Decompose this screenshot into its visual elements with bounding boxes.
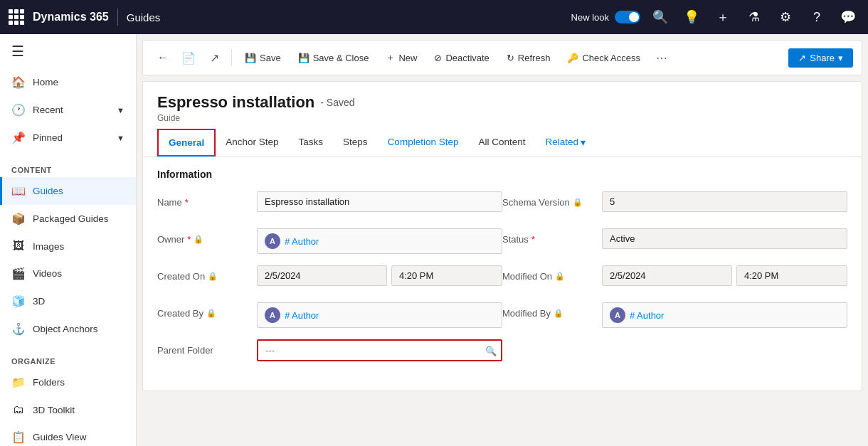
search-icon[interactable]: 🔍 xyxy=(649,6,672,28)
more-options-button[interactable]: ⋯ xyxy=(650,46,673,69)
created-by-link[interactable]: # Author xyxy=(285,310,319,321)
status-input xyxy=(602,228,847,249)
section-title: Information xyxy=(157,169,847,180)
settings-icon[interactable]: ⚙ xyxy=(774,6,797,28)
chevron-down-icon: ▼ xyxy=(117,106,125,115)
folders-icon: 📁 xyxy=(11,376,26,389)
topbar: Dynamics 365 Guides New look 🔍 💡 ＋ ⚗ ⚙ ?… xyxy=(0,0,868,34)
home-icon: 🏠 xyxy=(11,75,26,89)
module-name: Guides xyxy=(127,11,161,23)
lock-icon: 🔒 xyxy=(573,198,583,207)
anchor-icon: ⚓ xyxy=(11,322,26,336)
sidebar-item-label: Videos xyxy=(33,268,62,279)
share-icon: ↗ xyxy=(798,53,806,63)
status-row: Status * xyxy=(502,228,847,254)
parent-folder-search-container: 🔍 xyxy=(257,339,502,361)
tab-related-label: Related xyxy=(545,137,578,147)
sidebar-item-packaged-guides[interactable]: 📦 Packaged Guides xyxy=(0,205,136,233)
modified-on-row: Modified On 🔒 xyxy=(502,265,847,291)
new-look-toggle[interactable] xyxy=(615,11,640,23)
modified-by-label: Modified By 🔒 xyxy=(502,302,602,319)
parent-folder-row: Parent Folder 🔍 xyxy=(157,339,502,365)
tab-related[interactable]: Related ▾ xyxy=(535,129,596,156)
modified-on-label: Modified On 🔒 xyxy=(502,265,602,282)
required-indicator: * xyxy=(187,234,191,245)
lock-icon: 🔒 xyxy=(555,272,565,281)
name-input[interactable] xyxy=(257,191,502,212)
tab-general[interactable]: General xyxy=(157,129,216,156)
sidebar-item-label: Packaged Guides xyxy=(33,213,109,224)
add-icon[interactable]: ＋ xyxy=(711,6,734,28)
tab-tasks[interactable]: Tasks xyxy=(289,129,334,156)
lightbulb-icon[interactable]: 💡 xyxy=(680,6,703,28)
form-area: Information Name * xyxy=(143,157,862,391)
sidebar-item-3d-toolkit[interactable]: 🗂 3D Toolkit xyxy=(0,396,136,423)
sidebar-section-organize: Organize xyxy=(0,349,136,368)
sidebar: ☰ 🏠 Home 🕐 Recent ▼ 📌 Pinned ▼ Content 📖… xyxy=(0,34,137,446)
record-icon-button[interactable]: 📄 xyxy=(177,46,200,69)
hamburger-menu[interactable]: ☰ xyxy=(0,34,136,68)
help-icon[interactable]: ? xyxy=(805,6,828,28)
save-close-icon: 💾 xyxy=(298,53,309,63)
sidebar-item-guides[interactable]: 📖 Guides xyxy=(0,177,136,205)
tab-steps[interactable]: Steps xyxy=(333,129,378,156)
new-window-button[interactable]: ↗ xyxy=(203,46,226,69)
save-button[interactable]: 💾 Save xyxy=(238,49,288,67)
new-look-label: New look xyxy=(571,12,609,23)
sidebar-item-3d[interactable]: 🧊 3D xyxy=(0,287,136,315)
share-button[interactable]: ↗ Share ▾ xyxy=(788,48,853,68)
sidebar-item-guides-view[interactable]: 📋 Guides View xyxy=(0,423,136,446)
required-indicator: * xyxy=(531,234,535,245)
sidebar-item-home[interactable]: 🏠 Home xyxy=(0,68,136,96)
3d-icon: 🧊 xyxy=(11,294,26,308)
sidebar-item-pinned[interactable]: 📌 Pinned ▼ xyxy=(0,124,136,152)
form-left-col: Name * Owner * 🔒 xyxy=(157,191,502,376)
parent-folder-search-icon[interactable]: 🔍 xyxy=(485,345,497,356)
record-title-row: Espresso installation - Saved xyxy=(157,93,847,112)
tab-steps-label: Steps xyxy=(343,137,368,147)
apps-grid-icon[interactable] xyxy=(9,9,24,25)
sidebar-item-recent[interactable]: 🕐 Recent ▼ xyxy=(0,96,136,124)
tabs-bar: General Anchor Step Tasks Steps Completi… xyxy=(143,129,862,157)
chat-icon[interactable]: 💬 xyxy=(837,6,859,28)
sidebar-item-folders[interactable]: 📁 Folders xyxy=(0,368,136,396)
name-row: Name * xyxy=(157,191,502,217)
toolbar: ← 📄 ↗ 💾 Save 💾 Save & Close ＋ New ⊘ Deac… xyxy=(142,40,862,75)
back-button[interactable]: ← xyxy=(152,46,174,69)
tab-all-content-label: All Content xyxy=(478,137,525,147)
modified-by-avatar-row: A # Author xyxy=(602,302,847,328)
topbar-divider xyxy=(117,9,118,26)
name-field-wrapper xyxy=(257,191,502,212)
lock-icon: 🔒 xyxy=(554,309,563,318)
schema-version-input xyxy=(602,191,847,212)
modified-by-link[interactable]: # Author xyxy=(630,310,664,321)
tab-anchor-step[interactable]: Anchor Step xyxy=(216,129,288,156)
owner-link[interactable]: # Author xyxy=(285,236,319,247)
parent-folder-input[interactable] xyxy=(257,339,502,361)
created-by-row: Created By 🔒 A # Author xyxy=(157,302,502,328)
modified-by-row: Modified By 🔒 A # Author xyxy=(502,302,847,328)
sidebar-item-images[interactable]: 🖼 Images xyxy=(0,233,136,260)
parent-folder-field-wrapper: 🔍 xyxy=(257,339,502,361)
sidebar-item-videos[interactable]: 🎬 Videos xyxy=(0,260,136,287)
created-by-avatar-row: A # Author xyxy=(257,302,502,328)
created-by-avatar: A xyxy=(265,307,280,323)
new-button[interactable]: ＋ New xyxy=(379,48,424,68)
save-close-button[interactable]: 💾 Save & Close xyxy=(291,49,376,67)
sidebar-item-object-anchors[interactable]: ⚓ Object Anchors xyxy=(0,315,136,343)
owner-avatar-row: A # Author xyxy=(257,228,502,254)
modified-on-datetime xyxy=(602,265,847,286)
owner-row: Owner * 🔒 A # Author xyxy=(157,228,502,254)
tab-all-content[interactable]: All Content xyxy=(468,129,535,156)
schema-version-row: Schema Version 🔒 xyxy=(502,191,847,217)
refresh-button[interactable]: ↻ Refresh xyxy=(499,49,558,67)
check-access-button[interactable]: 🔑 Check Access xyxy=(560,49,647,67)
save-icon: 💾 xyxy=(245,53,256,63)
pin-icon: 📌 xyxy=(11,131,26,144)
filter-icon[interactable]: ⚗ xyxy=(743,6,766,28)
deactivate-button[interactable]: ⊘ Deactivate xyxy=(427,49,496,67)
tab-completion-step[interactable]: Completion Step xyxy=(378,129,469,156)
packaged-guides-icon: 📦 xyxy=(11,212,26,225)
sidebar-item-label: Recent xyxy=(33,105,63,115)
lock-icon: 🔒 xyxy=(208,272,218,281)
